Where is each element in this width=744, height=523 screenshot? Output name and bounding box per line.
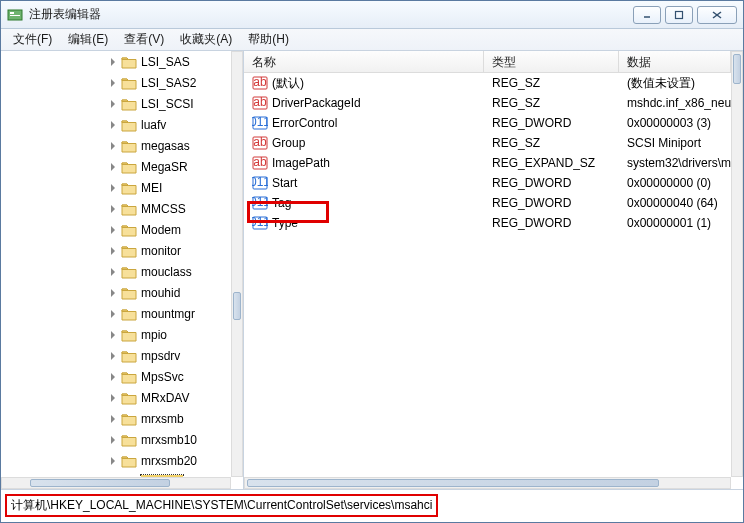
tree-item[interactable]: MpsSvc [1, 366, 231, 387]
expand-icon[interactable] [107, 77, 119, 89]
expand-icon[interactable] [107, 434, 119, 446]
list-row[interactable]: 011StartREG_DWORD0x00000000 (0) [244, 173, 731, 193]
tree-item[interactable]: megasas [1, 135, 231, 156]
expand-icon[interactable] [107, 413, 119, 425]
menu-file[interactable]: 文件(F) [5, 29, 60, 50]
value-name: Type [272, 216, 298, 230]
folder-icon [121, 328, 137, 342]
value-data: 0x00000040 (64) [619, 196, 731, 210]
column-header-name[interactable]: 名称 [244, 51, 484, 72]
tree-item[interactable]: Modem [1, 219, 231, 240]
list-vertical-scrollbar[interactable] [731, 51, 743, 477]
tree-item[interactable]: LSI_SCSI [1, 93, 231, 114]
tree-item[interactable]: LSI_SAS [1, 51, 231, 72]
tree-item[interactable]: mouhid [1, 282, 231, 303]
value-bin-icon: 011 [252, 175, 268, 191]
value-str-icon: ab [252, 75, 268, 91]
expand-icon[interactable] [107, 455, 119, 467]
list-row[interactable]: ab(默认)REG_SZ(数值未设置) [244, 73, 731, 93]
title-bar: 注册表编辑器 [1, 1, 743, 29]
close-button[interactable] [697, 6, 737, 24]
folder-icon [121, 391, 137, 405]
tree-item[interactable]: mrxsmb [1, 408, 231, 429]
list-view[interactable]: ab(默认)REG_SZ(数值未设置)abDriverPackageIdREG_… [244, 73, 731, 477]
menu-help[interactable]: 帮助(H) [240, 29, 297, 50]
column-header-data[interactable]: 数据 [619, 51, 731, 72]
expand-icon[interactable] [107, 371, 119, 383]
expand-icon[interactable] [107, 329, 119, 341]
list-row[interactable]: 011ErrorControlREG_DWORD0x00000003 (3) [244, 113, 731, 133]
expand-icon[interactable] [107, 245, 119, 257]
folder-icon [121, 181, 137, 195]
list-row[interactable]: abDriverPackageIdREG_SZmshdc.inf_x86_neu… [244, 93, 731, 113]
tree-item[interactable]: mpio [1, 324, 231, 345]
app-icon [7, 7, 23, 23]
tree-view[interactable]: LSI_SASLSI_SAS2LSI_SCSIluafvmegasasMegaS… [1, 51, 231, 477]
value-type: REG_SZ [484, 136, 619, 150]
tree-item[interactable]: MRxDAV [1, 387, 231, 408]
tree-item[interactable]: mouclass [1, 261, 231, 282]
client-area: LSI_SASLSI_SAS2LSI_SCSIluafvmegasasMegaS… [1, 51, 743, 490]
expand-icon[interactable] [107, 119, 119, 131]
tree-item[interactable]: LSI_SAS2 [1, 72, 231, 93]
expand-icon[interactable] [107, 287, 119, 299]
tree-item[interactable]: luafv [1, 114, 231, 135]
tree-item[interactable]: mrxsmb20 [1, 450, 231, 471]
folder-icon [121, 55, 137, 69]
tree-item[interactable]: monitor [1, 240, 231, 261]
tree-item-label: mouclass [141, 265, 192, 279]
list-horizontal-scrollbar[interactable] [244, 477, 731, 489]
minimize-button[interactable] [633, 6, 661, 24]
tree-item[interactable]: mountmgr [1, 303, 231, 324]
tree-item-label: luafv [141, 118, 166, 132]
expand-icon[interactable] [107, 182, 119, 194]
tree-vertical-scrollbar[interactable] [231, 51, 243, 477]
expand-icon[interactable] [107, 392, 119, 404]
menu-bar: 文件(F) 编辑(E) 查看(V) 收藏夹(A) 帮助(H) [1, 29, 743, 51]
tree-item-label: mpsdrv [141, 349, 180, 363]
list-row[interactable]: 011TagREG_DWORD0x00000040 (64) [244, 193, 731, 213]
menu-favorites[interactable]: 收藏夹(A) [172, 29, 240, 50]
list-row[interactable]: 011TypeREG_DWORD0x00000001 (1) [244, 213, 731, 233]
value-name: DriverPackageId [272, 96, 361, 110]
expand-icon[interactable] [107, 56, 119, 68]
value-name: Start [272, 176, 297, 190]
folder-icon [121, 118, 137, 132]
value-bin-icon: 011 [252, 115, 268, 131]
list-row[interactable]: abGroupREG_SZSCSI Miniport [244, 133, 731, 153]
folder-icon [121, 223, 137, 237]
expand-icon[interactable] [107, 266, 119, 278]
expand-icon[interactable] [107, 308, 119, 320]
tree-item-label: MegaSR [141, 160, 188, 174]
tree-item[interactable]: MMCSS [1, 198, 231, 219]
expand-icon[interactable] [107, 203, 119, 215]
tree-horizontal-scrollbar[interactable] [1, 477, 231, 489]
menu-edit[interactable]: 编辑(E) [60, 29, 116, 50]
expand-icon[interactable] [107, 140, 119, 152]
expand-icon[interactable] [107, 161, 119, 173]
folder-icon [121, 370, 137, 384]
column-header-type[interactable]: 类型 [484, 51, 619, 72]
list-panel: 名称 类型 数据 ab(默认)REG_SZ(数值未设置)abDriverPack… [244, 51, 743, 489]
svg-text:ab: ab [253, 95, 267, 109]
list-row[interactable]: abImagePathREG_EXPAND_SZsystem32\drivers… [244, 153, 731, 173]
value-type: REG_EXPAND_SZ [484, 156, 619, 170]
svg-text:ab: ab [253, 75, 267, 89]
menu-view[interactable]: 查看(V) [116, 29, 172, 50]
maximize-button[interactable] [665, 6, 693, 24]
tree-item[interactable]: MEI [1, 177, 231, 198]
folder-icon [121, 433, 137, 447]
expand-icon[interactable] [107, 224, 119, 236]
value-bin-icon: 011 [252, 215, 268, 231]
expand-icon[interactable] [107, 98, 119, 110]
value-str-icon: ab [252, 155, 268, 171]
tree-item-label: MMCSS [141, 202, 186, 216]
tree-item[interactable]: mrxsmb10 [1, 429, 231, 450]
folder-icon [121, 97, 137, 111]
tree-item-label: monitor [141, 244, 181, 258]
svg-text:011: 011 [252, 215, 268, 229]
expand-icon[interactable] [107, 350, 119, 362]
svg-text:011: 011 [252, 175, 268, 189]
tree-item[interactable]: mpsdrv [1, 345, 231, 366]
tree-item[interactable]: MegaSR [1, 156, 231, 177]
